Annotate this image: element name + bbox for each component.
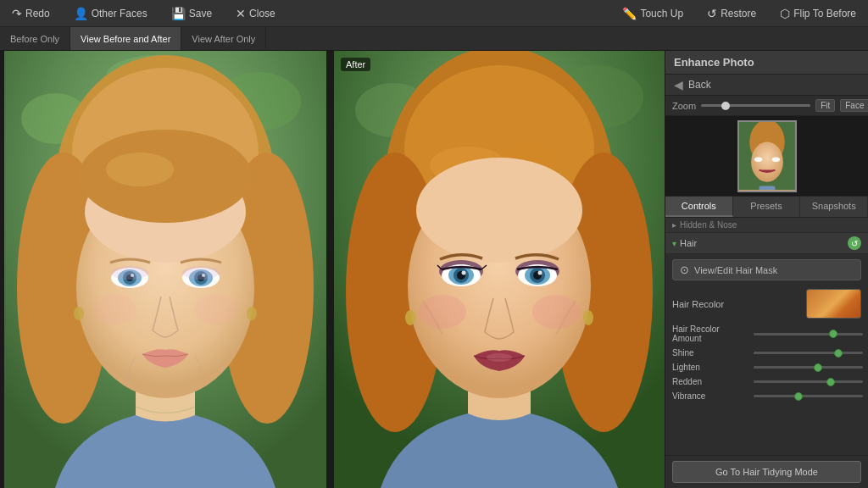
vibrance-slider[interactable] xyxy=(754,395,863,397)
mask-icon: ⊙ xyxy=(680,263,689,276)
close-label: Close xyxy=(249,8,275,19)
slider-label-3: Redden xyxy=(672,377,748,386)
tab-presets[interactable]: Presets xyxy=(733,197,801,217)
svg-point-53 xyxy=(487,353,512,362)
flip-icon: ⬡ xyxy=(780,7,790,20)
redden-slider[interactable] xyxy=(754,380,863,383)
tab-after-only[interactable]: View After Only xyxy=(181,27,266,50)
save-button[interactable]: 💾 Save xyxy=(166,5,217,22)
back-button[interactable]: ◀ Back xyxy=(665,75,868,96)
after-label: After xyxy=(341,58,370,71)
hidden-section-chevron: ▸ xyxy=(672,220,676,230)
slider-label-4: Vibrance xyxy=(672,391,748,401)
hair-tidying-mode-label: Go To Hair Tidying Mode xyxy=(715,467,818,477)
presets-tab-label: Presets xyxy=(750,201,782,211)
panel-title: Enhance Photo xyxy=(674,56,754,69)
touch-up-button[interactable]: ✏️ Touch Up xyxy=(617,5,688,22)
hair-recolor-amount-slider[interactable] xyxy=(754,333,863,336)
zoom-slider[interactable] xyxy=(701,104,810,107)
shine-row: Shine xyxy=(665,346,868,360)
flip-to-before-button[interactable]: ⬡ Flip To Before xyxy=(775,5,861,22)
other-faces-label: Other Faces xyxy=(92,8,147,19)
before-pane xyxy=(0,51,331,488)
redden-row: Redden xyxy=(665,374,868,389)
svg-point-62 xyxy=(771,157,779,162)
photo-area: After xyxy=(0,51,665,488)
bottom-button-area: Go To Hair Tidying Mode xyxy=(665,455,868,488)
svg-point-22 xyxy=(182,266,220,280)
svg-point-40 xyxy=(416,158,582,263)
hair-color-swatch[interactable] xyxy=(806,289,861,319)
save-label: Save xyxy=(189,8,212,19)
tab-before-only[interactable]: Before Only xyxy=(0,27,70,50)
hidden-section-label: Hidden & Nose xyxy=(680,220,737,230)
lighten-row: Lighten xyxy=(665,360,868,374)
tab-before-and-after-label: View Before and After xyxy=(81,34,170,44)
svg-point-52 xyxy=(538,271,542,275)
svg-point-47 xyxy=(462,271,466,275)
main-area: After xyxy=(0,51,868,488)
svg-point-61 xyxy=(754,157,761,162)
back-arrow-icon: ◀ xyxy=(674,78,683,92)
hair-section-header[interactable]: ▾ Hair ↺ xyxy=(665,233,868,254)
toolbar: ↷ Redo 👤 Other Faces 💾 Save ✕ Close ✏️ T… xyxy=(0,0,868,27)
after-pane: After xyxy=(331,51,665,488)
redo-button[interactable]: ↷ Redo xyxy=(7,5,55,22)
slider-label-1: Shine xyxy=(672,348,748,358)
tab-after-only-label: View After Only xyxy=(192,34,255,44)
svg-point-57 xyxy=(583,310,593,325)
lighten-slider[interactable] xyxy=(754,366,863,369)
svg-point-54 xyxy=(419,295,466,329)
hair-recolor-amount-row: Hair Recolor Amount xyxy=(665,322,868,346)
restore-label: Restore xyxy=(721,8,756,19)
flip-to-before-label: Flip To Before xyxy=(793,8,856,19)
svg-point-25 xyxy=(93,294,136,324)
right-panel: Enhance Photo ◀ Back Zoom Fit Face xyxy=(665,51,868,488)
other-faces-icon: 👤 xyxy=(74,7,88,20)
before-photo-svg xyxy=(0,51,331,488)
touch-up-label: Touch Up xyxy=(640,8,683,19)
touch-up-icon: ✏️ xyxy=(622,7,637,20)
hair-recolor-label: Hair Recolor xyxy=(672,299,799,309)
hair-recolor-row: Hair Recolor xyxy=(665,286,868,322)
zoom-fit-button[interactable]: Fit xyxy=(815,99,835,112)
after-photo-svg xyxy=(334,51,665,488)
thumbnail-svg xyxy=(739,122,795,190)
mask-btn-label: View/Edit Hair Mask xyxy=(694,265,777,275)
svg-point-26 xyxy=(195,294,237,324)
back-label: Back xyxy=(688,79,711,91)
thumbnail xyxy=(737,120,797,192)
shine-slider[interactable] xyxy=(754,352,863,354)
restore-icon: ↺ xyxy=(707,7,717,20)
panel-header: Enhance Photo xyxy=(665,51,868,75)
vibrance-row: Vibrance xyxy=(665,389,868,403)
tab-before-and-after[interactable]: View Before and After xyxy=(70,27,181,50)
slider-label-0: Hair Recolor Amount xyxy=(672,324,748,343)
hair-section-label: Hair xyxy=(680,238,697,248)
restore-button[interactable]: ↺ Restore xyxy=(702,5,761,22)
view-tabs: Before Only View Before and After View A… xyxy=(0,27,868,51)
view-edit-hair-mask-button[interactable]: ⊙ View/Edit Hair Mask xyxy=(672,259,861,280)
controls-area: ▸ Hidden & Nose ▾ Hair ↺ ⊙ View/Edit Hai… xyxy=(665,218,868,455)
svg-point-27 xyxy=(74,307,84,320)
other-faces-button[interactable]: 👤 Other Faces xyxy=(69,5,153,22)
tab-snapshots[interactable]: Snapshots xyxy=(800,197,868,217)
snapshots-tab-label: Snapshots xyxy=(812,201,856,211)
tab-before-only-label: Before Only xyxy=(10,34,59,44)
close-button[interactable]: ✕ Close xyxy=(231,5,281,22)
hair-chevron-icon: ▾ xyxy=(672,239,676,248)
slider-label-2: Lighten xyxy=(672,363,748,372)
zoom-label: Zoom xyxy=(672,101,696,111)
hair-reset-button[interactable]: ↺ xyxy=(848,236,861,250)
zoom-face-button[interactable]: Face xyxy=(840,99,868,112)
hidden-nose-section[interactable]: ▸ Hidden & Nose xyxy=(665,218,868,233)
tab-controls[interactable]: Controls xyxy=(665,197,733,217)
svg-point-28 xyxy=(247,307,257,320)
thumbnail-area xyxy=(665,116,868,197)
hair-tidying-mode-button[interactable]: Go To Hair Tidying Mode xyxy=(672,461,861,483)
save-icon: 💾 xyxy=(171,7,186,20)
close-icon: ✕ xyxy=(236,7,246,20)
svg-point-21 xyxy=(111,266,148,280)
redo-icon: ↷ xyxy=(12,7,22,20)
panel-tabs: Controls Presets Snapshots xyxy=(665,197,868,218)
